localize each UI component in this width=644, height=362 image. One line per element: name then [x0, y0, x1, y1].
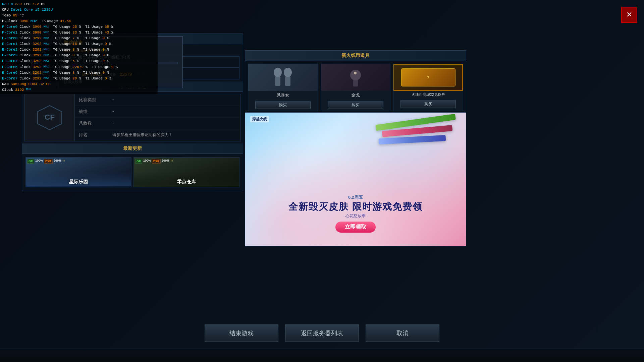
item-name-2: 金戈: [321, 91, 390, 100]
fire-coin-items: 风暴女 购买 金戈 购买 ?: [245, 61, 466, 114]
svg-point-3: [284, 68, 292, 77]
hud-d3d: D3D 9: [2, 1, 13, 7]
gun-king-stats: 比赛类型 - 战绩 - 杀敌数 - 排名 请参加枪王排位来证明你的实力！: [75, 94, 240, 141]
svg-text:CF: CF: [45, 113, 55, 121]
update-card-1-title: 星际乐园: [26, 179, 131, 185]
update-card-2[interactable]: GP 100% EXP 200% ↑↑ 零点仓库: [133, 157, 239, 187]
svg-point-8: [354, 72, 357, 74]
hud-ram-val: Samsung DDR4 32 GB: [11, 81, 51, 87]
hud-ecore6: E-Core6 Clock3292MHz T0Usage8% T1Usage0%: [2, 70, 156, 76]
gun-king-content: CF 比赛类型 - 战绩 - 杀敌数 -: [24, 94, 241, 141]
hud-pcore1: P-Core1 Clock3990MHz T0Usage33% T1Usage4…: [2, 30, 156, 36]
hud-temp-val: 65: [13, 13, 17, 18]
gun-king-logo: CF: [24, 94, 75, 141]
storm-woman-icon: [268, 66, 298, 89]
hud-clock: Clock 3192 MHz: [2, 87, 156, 93]
close-icon: ✕: [626, 10, 632, 19]
item-image-3: ?: [393, 64, 463, 91]
svg-rect-5: [285, 76, 290, 86]
return-server-button[interactable]: 返回服务器列表: [285, 324, 359, 342]
ad-headline: 全新毁灭皮肤 限时游戏免费领: [245, 200, 466, 213]
ad-banner: 穿越火线 6.2周五 全新毁灭皮肤 限时游戏免费领 · 心花怒放季 · 立即领取: [245, 112, 466, 246]
item-name-1: 风暴女: [248, 91, 318, 100]
hud-ram: RAM Samsung DDR4 32 GB: [2, 81, 156, 87]
update-card-2-title: 零点仓库: [134, 179, 239, 185]
hud-ecore3: E-Core3 Clock3292MHz T0Usage8% T1Usage0%: [2, 53, 156, 58]
update-card-1-badges: GP 100% EXP 200% ↑↑: [27, 159, 65, 164]
record-row: 战绩 -: [75, 106, 240, 118]
ad-sub: · 心花怒放季 ·: [245, 213, 466, 219]
svg-rect-4: [275, 76, 280, 86]
hud-fps-label: FPS: [24, 1, 31, 7]
hud-ecore5: E-Core5 Clock3292MHz T0Usage22679% T1Usa…: [2, 64, 156, 70]
updates-section: GP 100% EXP 200% ↑↑ 星际乐园 GP: [22, 154, 243, 191]
updates-header: 最新更新: [22, 143, 243, 154]
hud-temp-label: Temp: [2, 13, 11, 18]
item-buy-btn-1[interactable]: 购买: [255, 101, 311, 109]
hud-ms-label: ms: [41, 1, 45, 7]
fire-coin-header: 新火线币道具: [245, 51, 466, 61]
ad-guns: [369, 119, 463, 193]
gun-king-section: CF 比赛类型 - 战绩 - 杀敌数 -: [22, 92, 243, 143]
fire-coin-panel: 新火线币道具 风暴女 购买: [245, 50, 466, 114]
hud-ecore4: E-Core4 Clock3292MHz T0Usage6% T1Usage0%: [2, 58, 156, 64]
hud-ms-val: 4.2: [33, 1, 39, 7]
ad-date: 6.2周五: [245, 194, 466, 200]
hud-ecore7: E-Core7 Clock3292MHz T0Usage20% T1Usage0…: [2, 76, 156, 81]
svg-point-2: [274, 68, 282, 77]
gun-kills-row: 杀敌数 -: [75, 118, 240, 129]
match-type-row: 比赛类型 -: [75, 94, 240, 106]
rank-row: 排名 请参加枪王排位来证明你的实力！: [75, 129, 240, 141]
hud-fps-val: 239: [15, 1, 22, 7]
hud-ecore2: E-Core2 Clock3292MHz T0Usage8% T1Usage0%: [2, 47, 156, 53]
hud-pclock-val: 3990: [19, 18, 28, 24]
item-name-3: 火线币商城22兑换券: [393, 91, 463, 99]
item-buy-btn-2[interactable]: 购买: [328, 101, 383, 109]
hud-temp-unit: °C: [19, 13, 24, 18]
fire-coin-item-1: 风暴女 购买: [248, 64, 318, 111]
item-image-2: [321, 64, 390, 91]
taskbar: [0, 349, 644, 362]
hud-pusage-val: 41.5%: [60, 18, 71, 24]
hud-pcore0: P-Core0 Clock3990MHz T0Usage25% T1Usage6…: [2, 24, 156, 30]
svg-point-6: [350, 70, 361, 80]
close-button[interactable]: ✕: [621, 7, 637, 23]
hud-pclock-label: P-Clock: [2, 18, 17, 24]
item-buy-btn-3[interactable]: 购买: [400, 100, 456, 108]
cancel-button[interactable]: 取消: [366, 324, 439, 342]
gold-ge-icon: [340, 66, 371, 89]
hud-pclock-unit: MHz: [31, 18, 37, 24]
hud-cpu-name: Intel Core i5-1235U: [11, 7, 53, 13]
fire-coin-item-2: 金戈 购买: [321, 64, 391, 111]
hud-ecore1: E-Core1 Clock3292MHz T0Usage18% T1Usage0…: [2, 41, 156, 47]
hud-ecore0: E-Core0 Clock3292MHz T0Usage7% T1Usage0%: [2, 36, 156, 41]
update-card-1[interactable]: GP 100% EXP 200% ↑↑ 星际乐园: [25, 157, 131, 187]
hud-overlay: D3D 9 239 FPS 4.2 ms CPU Intel Core i5-1…: [0, 0, 158, 94]
hud-cpu-label: CPU: [2, 7, 9, 13]
fire-coin-item-3: ? 火线币商城22兑换券 购买: [393, 64, 463, 111]
ad-text-block: 6.2周五 全新毁灭皮肤 限时游戏免费领 · 心花怒放季 · 立即领取: [245, 194, 466, 233]
svg-rect-7: [353, 80, 358, 86]
end-game-button[interactable]: 结束游戏: [205, 324, 278, 342]
cf-logo-icon: CF: [36, 104, 63, 131]
update-card-2-badges: GP 100% EXP 200% ↑↑: [135, 159, 173, 164]
bottom-buttons: 结束游戏 返回服务器列表 取消: [205, 324, 439, 342]
item-image-1: [248, 64, 318, 91]
ad-cf-logo: 穿越火线: [250, 116, 269, 122]
hud-pusage-label: P-Usage: [42, 18, 58, 24]
update-items-list: GP 100% EXP 200% ↑↑ 星际乐园 GP: [24, 156, 241, 189]
ad-cta-button[interactable]: 立即领取: [335, 222, 376, 233]
